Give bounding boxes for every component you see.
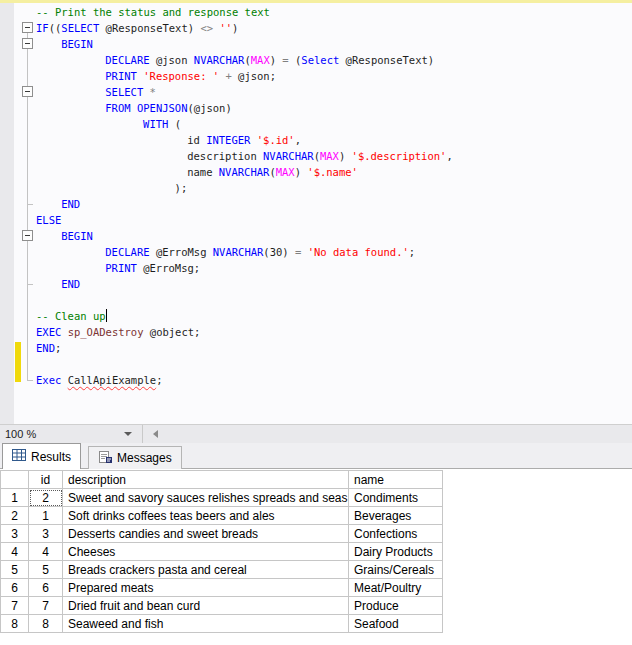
cell-name[interactable]: Produce [349,597,443,615]
cell-name[interactable]: Seafood [349,615,443,633]
cell-id[interactable]: 5 [29,561,63,579]
cell-id[interactable]: 2 [29,489,63,507]
horizontal-scrollbar-left-button[interactable] [147,427,163,441]
code-token: 'Response: ' [143,70,219,82]
cell-id[interactable]: 7 [29,597,63,615]
code-token: @ErroMsg [150,246,213,258]
code-token: ; [156,374,162,386]
cell-name[interactable]: Meat/Poultry [349,579,443,597]
table-row: 33Desserts candies and sweet breadsConfe… [1,525,443,543]
table-row: 88Seaweed and fishSeafood [1,615,443,633]
code-line[interactable]: DECLARE @ErroMsg NVARCHAR(30) = 'No data… [36,244,632,260]
code-token: (( [49,22,62,34]
code-line[interactable]: -- Print the status and response text [36,4,632,20]
results-grid[interactable]: iddescriptionname 12Sweet and savory sau… [0,470,443,633]
code-line[interactable]: IF((SELECT @ResponseText) <> '') [36,20,632,36]
code-line[interactable]: DECLARE @json NVARCHAR(MAX) = (Select @R… [36,52,632,68]
cell-id[interactable]: 3 [29,525,63,543]
cell-id[interactable]: 1 [29,507,63,525]
sql-code-editor[interactable]: -- Print the status and response textIF(… [0,3,632,424]
code-line[interactable]: ELSE [36,212,632,228]
code-line[interactable]: PRINT @ErroMsg; [36,260,632,276]
cell-name[interactable]: Dairy Products [349,543,443,561]
code-token: END [61,278,80,290]
code-line[interactable]: END [36,196,632,212]
code-line[interactable] [36,292,632,308]
tab-messages[interactable]: Messages [88,446,182,469]
row-number-cell[interactable]: 7 [1,597,29,615]
code-line[interactable]: END; [36,340,632,356]
code-line[interactable]: description NVARCHAR(MAX) '$.description… [36,148,632,164]
tab-results[interactable]: Results [2,443,81,469]
cell-description[interactable]: Breads crackers pasta and cereal [63,561,349,579]
code-token: NVARCHAR [194,54,245,66]
fold-guide-tick [27,380,33,381]
cell-description[interactable]: Soft drinks coffees teas beers and ales [63,507,349,525]
code-line[interactable]: name NVARCHAR(MAX) '$.name' [36,164,632,180]
code-token: @json; [232,70,276,82]
row-number-cell[interactable]: 8 [1,615,29,633]
code-token: CallApiExample [68,374,157,386]
cell-description[interactable]: Desserts candies and sweet breads [63,525,349,543]
row-number-cell[interactable]: 3 [1,525,29,543]
code-token: ) [295,166,308,178]
code-line[interactable]: BEGIN [36,36,632,52]
column-header-id[interactable]: id [29,471,63,489]
fold-collapse-box[interactable] [22,22,33,33]
code-token: '$.name' [307,166,358,178]
cell-name[interactable]: Grains/Cereals [349,561,443,579]
chevron-down-icon[interactable] [124,432,132,436]
code-line[interactable]: WITH ( [36,116,632,132]
code-line[interactable]: Exec CallApiExample; [36,372,632,388]
row-number-cell[interactable]: 2 [1,507,29,525]
code-token: '$.id' [257,134,295,146]
code-token: name [187,166,219,178]
code-line[interactable]: id INTEGER '$.id', [36,132,632,148]
cell-description[interactable]: Dried fruit and bean curd [63,597,349,615]
cell-id[interactable]: 8 [29,615,63,633]
zoom-dropdown[interactable]: 100 % [0,425,142,443]
code-token: WITH [143,118,168,130]
code-token: , [446,150,452,162]
fold-collapse-box[interactable] [22,230,33,241]
code-token: description [187,150,263,162]
table-row: 21Soft drinks coffees teas beers and ale… [1,507,443,525]
fold-guide-tick [27,204,33,205]
cell-description[interactable]: Cheeses [63,543,349,561]
row-number-cell[interactable]: 5 [1,561,29,579]
cell-description[interactable]: Prepared meats [63,579,349,597]
code-token: NVARCHAR [219,166,270,178]
column-header-description[interactable]: description [63,471,349,489]
code-token: ) [270,54,283,66]
fold-collapse-box[interactable] [22,38,33,49]
cell-id[interactable]: 6 [29,579,63,597]
code-line[interactable]: FROM OPENJSON(@json) [36,100,632,116]
column-header-row-selector[interactable] [1,471,29,489]
fold-collapse-box[interactable] [22,86,33,97]
code-token: END [36,342,55,354]
code-line[interactable]: -- Clean up [36,308,632,324]
code-token: OPENJSON [137,102,188,114]
cell-description[interactable]: Seaweed and fish [63,615,349,633]
code-line[interactable]: END [36,276,632,292]
cell-name[interactable]: Condiments [349,489,443,507]
code-token: BEGIN [61,38,93,50]
code-line[interactable]: EXEC sp_OADestroy @object; [36,324,632,340]
cell-name[interactable]: Beverages [349,507,443,525]
code-line[interactable] [36,356,632,372]
code-line[interactable]: ); [36,180,632,196]
row-number-cell[interactable]: 6 [1,579,29,597]
code-line[interactable]: SELECT * [36,84,632,100]
code-line[interactable]: BEGIN [36,228,632,244]
code-line[interactable]: PRINT 'Response: ' + @json; [36,68,632,84]
row-number-cell[interactable]: 4 [1,543,29,561]
row-number-cell[interactable]: 1 [1,489,29,507]
cell-id[interactable]: 4 [29,543,63,561]
code-area[interactable]: -- Print the status and response textIF(… [36,4,632,388]
cell-name[interactable]: Confections [349,525,443,543]
cell-description[interactable]: Sweet and savory sauces relishes spreads… [63,489,349,507]
column-header-name[interactable]: name [349,471,443,489]
code-token: '$.description' [352,150,447,162]
code-token: * [150,86,156,98]
messages-doc-icon [98,450,112,467]
